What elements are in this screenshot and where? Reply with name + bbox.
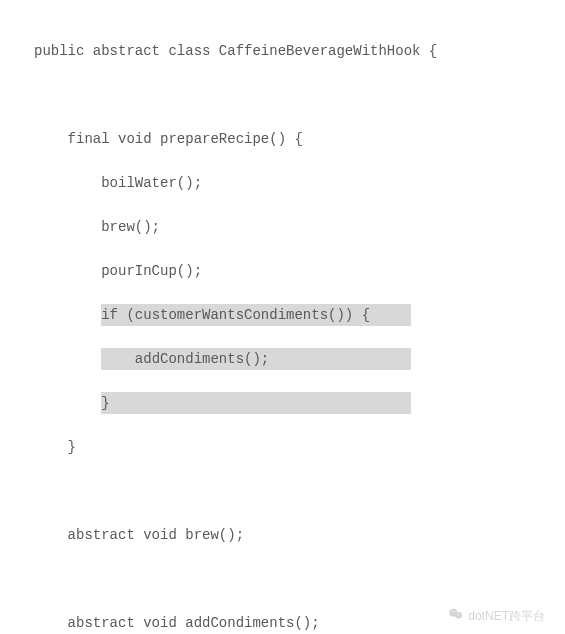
watermark: dotNET跨平台 xyxy=(448,606,545,626)
svg-point-2 xyxy=(452,611,453,612)
code-line xyxy=(34,480,565,502)
code-line: pourInCup(); xyxy=(34,260,565,282)
code-line-highlighted: addCondiments(); xyxy=(34,348,565,370)
highlighted-span: if (customerWantsCondiments()) { xyxy=(101,304,411,326)
code-line xyxy=(34,568,565,590)
watermark-text: dotNET跨平台 xyxy=(468,608,545,625)
code-line-highlighted: } xyxy=(34,392,565,414)
code-line: brew(); xyxy=(34,216,565,238)
code-line-highlighted: if (customerWantsCondiments()) { xyxy=(34,304,565,326)
code-line: public abstract class CaffeineBeverageWi… xyxy=(34,40,565,62)
code-block: public abstract class CaffeineBeverageWi… xyxy=(0,0,565,634)
code-line: final void prepareRecipe() { xyxy=(34,128,565,150)
highlighted-span: } xyxy=(101,392,411,414)
svg-point-1 xyxy=(456,612,463,619)
code-line: abstract void brew(); xyxy=(34,524,565,546)
code-line: boilWater(); xyxy=(34,172,565,194)
code-line: } xyxy=(34,436,565,458)
code-line xyxy=(34,84,565,106)
svg-point-4 xyxy=(457,614,458,615)
highlighted-span: addCondiments(); xyxy=(101,348,411,370)
svg-point-3 xyxy=(454,611,455,612)
svg-point-5 xyxy=(459,614,460,615)
wechat-icon xyxy=(448,606,464,626)
